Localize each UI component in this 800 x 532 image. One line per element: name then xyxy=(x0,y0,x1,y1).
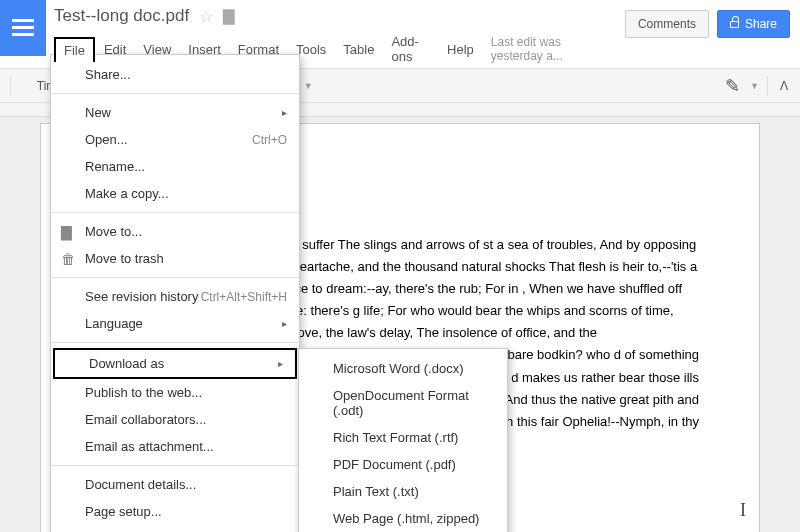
editing-mode-icon[interactable]: ✎ xyxy=(721,73,744,99)
menu-print-preview[interactable]: Print preview xyxy=(51,525,299,532)
menu-open[interactable]: Open...Ctrl+O xyxy=(51,126,299,153)
menu-doc-details[interactable]: Document details... xyxy=(51,471,299,498)
menu-share[interactable]: Share... xyxy=(51,61,299,88)
folder-icon: ▇ xyxy=(61,224,72,240)
folder-icon[interactable]: ▇ xyxy=(223,7,235,25)
lock-icon xyxy=(730,21,739,28)
text-cursor-icon: I xyxy=(740,500,746,521)
menu-move-trash[interactable]: 🗑Move to trash xyxy=(51,245,299,272)
submenu-rtf[interactable]: Rich Text Format (.rtf) xyxy=(299,424,507,451)
menu-language[interactable]: Language▸ xyxy=(51,310,299,337)
submenu-odt[interactable]: OpenDocument Format (.odt) xyxy=(299,382,507,424)
menu-download-as[interactable]: Download as▸ xyxy=(53,348,297,379)
menu-help[interactable]: Help xyxy=(439,38,482,61)
docs-logo[interactable] xyxy=(0,0,46,56)
menu-revision-history[interactable]: See revision historyCtrl+Alt+Shift+H xyxy=(51,283,299,310)
trash-icon: 🗑 xyxy=(61,251,75,267)
menu-publish-web[interactable]: Publish to the web... xyxy=(51,379,299,406)
comments-button[interactable]: Comments xyxy=(625,10,709,38)
share-label: Share xyxy=(745,17,777,31)
star-icon[interactable]: ☆ xyxy=(199,7,213,26)
menu-table[interactable]: Table xyxy=(335,38,382,61)
menu-make-copy[interactable]: Make a copy... xyxy=(51,180,299,207)
menu-email-attach[interactable]: Email as attachment... xyxy=(51,433,299,460)
menu-email-collab[interactable]: Email collaborators... xyxy=(51,406,299,433)
menu-addons[interactable]: Add-ons xyxy=(383,30,438,68)
share-button[interactable]: Share xyxy=(717,10,790,38)
menu-file[interactable]: File xyxy=(54,37,95,62)
menu-new[interactable]: New▸ xyxy=(51,99,299,126)
submenu-txt[interactable]: Plain Text (.txt) xyxy=(299,478,507,505)
document-title[interactable]: Test--long doc.pdf xyxy=(54,6,189,26)
submenu-docx[interactable]: Microsoft Word (.docx) xyxy=(299,355,507,382)
collapse-icon[interactable]: ᐱ xyxy=(776,77,792,95)
file-dropdown-menu: Share... New▸ Open...Ctrl+O Rename... Ma… xyxy=(50,54,300,532)
last-edit-text[interactable]: Last edit was yesterday a... xyxy=(491,35,607,63)
menu-move-to[interactable]: ▇Move to... xyxy=(51,218,299,245)
menu-rename[interactable]: Rename... xyxy=(51,153,299,180)
submenu-pdf[interactable]: PDF Document (.pdf) xyxy=(299,451,507,478)
menu-page-setup[interactable]: Page setup... xyxy=(51,498,299,525)
submenu-html[interactable]: Web Page (.html, zipped) xyxy=(299,505,507,532)
download-as-submenu: Microsoft Word (.docx) OpenDocument Form… xyxy=(298,348,508,532)
